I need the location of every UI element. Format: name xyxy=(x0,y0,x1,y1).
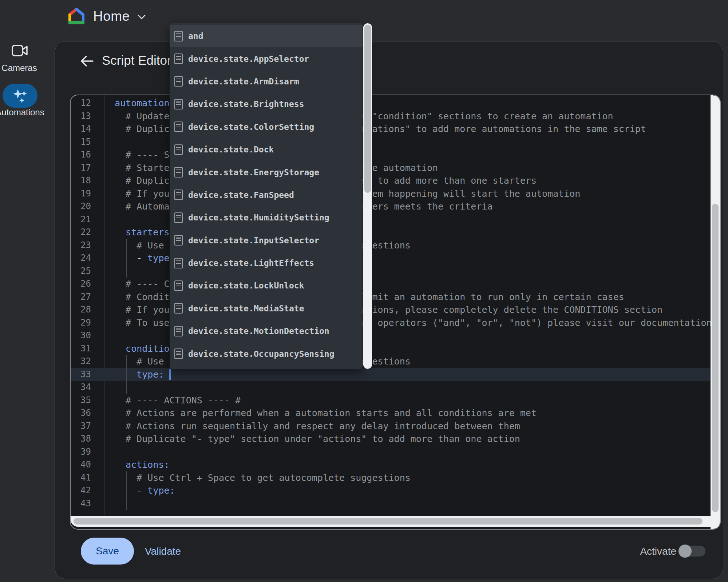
line-number: 29 xyxy=(71,316,91,330)
autocomplete-item-label: device.state.Dock xyxy=(188,145,274,154)
autocomplete-item[interactable]: device.state.ArmDisarm xyxy=(170,70,363,93)
code-line[interactable]: 36 # Actions are performed when a automa… xyxy=(71,407,710,420)
line-number: 23 xyxy=(71,239,91,252)
line-number: 41 xyxy=(71,471,91,485)
indent-guide xyxy=(126,355,127,394)
code-line[interactable]: 35 # ---- ACTIONS ---- # xyxy=(71,394,710,407)
autocomplete-dropdown: anddevice.state.AppSelectordevice.state.… xyxy=(170,23,373,369)
autocomplete-item[interactable]: device.state.MotionDetection xyxy=(170,320,363,342)
line-number: 42 xyxy=(71,484,91,497)
line-number: 16 xyxy=(71,148,91,162)
autocomplete-item[interactable]: device.state.MediaState xyxy=(170,297,363,320)
line-number: 13 xyxy=(71,110,91,123)
line-number: 22 xyxy=(71,226,91,239)
code-line[interactable]: 15 xyxy=(71,136,710,149)
document-icon xyxy=(174,235,183,246)
code-line[interactable]: 26 # ---- CONDITIONS ---- # xyxy=(71,278,710,291)
document-icon xyxy=(174,76,183,87)
code-line[interactable]: 13 # Update or add "starters", "actions"… xyxy=(71,110,710,123)
code-line[interactable]: 20 # Automation will start when any of t… xyxy=(71,200,710,213)
line-number: 39 xyxy=(71,446,91,459)
code-text: # ---- ACTIONS ---- # xyxy=(115,394,241,407)
autocomplete-item-label: device.state.OccupancySensing xyxy=(188,349,335,359)
autocomplete-item[interactable]: device.state.LightEffects xyxy=(170,252,363,274)
code-line[interactable]: 17 # Starters describe events that will … xyxy=(71,162,710,175)
code-line[interactable]: 38 # Duplicate "- type" section under "a… xyxy=(71,432,710,446)
editor-vertical-scrollbar[interactable] xyxy=(711,95,720,529)
line-number: 35 xyxy=(71,394,91,407)
autocomplete-item-label: device.state.Brightness xyxy=(188,99,304,109)
code-line[interactable]: 39 xyxy=(71,446,710,459)
autocomplete-item[interactable]: device.state.OccupancySensing xyxy=(170,342,363,365)
code-line[interactable]: 41 # Use Ctrl + Space to get autocomplet… xyxy=(71,471,710,485)
code-line[interactable]: 16 # ---- STARTERS ---- # xyxy=(71,148,710,162)
code-text: type: xyxy=(115,368,164,381)
autocomplete-item[interactable]: device.state.InputSelector xyxy=(170,229,363,252)
code-text: # Use Ctrl + Space to get autocomplete s… xyxy=(115,471,411,485)
sidebar-item-cameras[interactable]: Cameras xyxy=(0,63,39,73)
line-number: 26 xyxy=(71,278,91,291)
validate-button[interactable]: Validate xyxy=(145,546,181,557)
autocomplete-item-label: and xyxy=(188,31,203,41)
autocomplete-item[interactable]: device.state.FanSpeed xyxy=(170,184,363,206)
code-line[interactable]: 25 xyxy=(71,265,710,278)
document-icon xyxy=(174,303,183,314)
line-number: 37 xyxy=(71,420,91,433)
line-number: 32 xyxy=(71,355,91,368)
chevron-down-icon[interactable] xyxy=(137,14,146,20)
line-number: 27 xyxy=(71,291,91,304)
line-number: 21 xyxy=(71,213,91,226)
editor-vertical-scrollbar-thumb[interactable] xyxy=(712,204,719,512)
autocomplete-item[interactable]: device.state.LockUnlock xyxy=(170,274,363,297)
line-number: 25 xyxy=(71,265,91,278)
autocomplete-item[interactable]: device.state.Dock xyxy=(170,138,363,161)
editor-horizontal-scrollbar-thumb[interactable] xyxy=(74,518,703,525)
document-icon xyxy=(174,326,183,336)
code-line[interactable]: 27 # Conditions are optional, conditions… xyxy=(71,291,710,304)
code-text: # Duplicate "- type" section under "acti… xyxy=(115,432,520,446)
code-line[interactable]: 43 xyxy=(71,497,710,510)
code-line[interactable]: 33 type: xyxy=(71,368,710,381)
camera-icon[interactable] xyxy=(11,44,28,57)
code-line[interactable]: 29 # To use multiple conditions with the… xyxy=(71,316,710,330)
editor-horizontal-scrollbar[interactable] xyxy=(71,516,711,527)
code-line[interactable]: 14 # Duplicate "automation" section unde… xyxy=(71,123,710,136)
code-line[interactable]: 18 # Duplicate "- type" section under "s… xyxy=(71,174,710,187)
sidebar-item-automations[interactable] xyxy=(3,84,37,108)
autocomplete-item[interactable]: device.state.HumiditySetting xyxy=(170,206,363,229)
autocomplete-item-label: device.state.AppSelector xyxy=(188,54,309,64)
save-button[interactable]: Save xyxy=(81,538,134,565)
home-menu-button[interactable]: Home xyxy=(93,9,130,24)
line-number: 18 xyxy=(71,174,91,187)
autocomplete-item[interactable]: device.state.Brightness xyxy=(170,93,363,115)
code-line[interactable]: 22 starters: xyxy=(71,226,710,239)
code-text: actions: xyxy=(115,458,170,471)
code-line[interactable]: 32 # Use Ctrl + Space to get autocomplet… xyxy=(71,355,710,368)
code-line[interactable]: 37 # Actions run sequentially and respec… xyxy=(71,420,710,433)
dropdown-scrollbar-thumb[interactable] xyxy=(364,25,371,193)
code-line[interactable]: 28 # If you don't need any conditions in… xyxy=(71,303,710,316)
autocomplete-item[interactable]: device.state.ColorSetting xyxy=(170,116,363,138)
autocomplete-item[interactable]: device.state.AppSelector xyxy=(170,47,363,70)
line-number: 20 xyxy=(71,200,91,213)
line-number: 33 xyxy=(71,368,91,381)
code-line[interactable]: 12automations: xyxy=(71,97,710,110)
code-line[interactable]: 42 - type: xyxy=(71,484,710,497)
autocomplete-item-label: device.state.EnergyStorage xyxy=(188,168,319,177)
code-line[interactable]: 31 conditions: xyxy=(71,342,710,355)
activate-toggle[interactable] xyxy=(679,545,705,557)
code-line[interactable]: 34 xyxy=(71,381,710,394)
code-line[interactable]: 40 actions: xyxy=(71,458,710,471)
code-line[interactable]: 21 xyxy=(71,213,710,226)
autocomplete-item[interactable]: device.state.EnergyStorage xyxy=(170,161,363,183)
autocomplete-item[interactable]: and xyxy=(170,25,363,47)
page-title: Script Editor xyxy=(102,53,171,68)
code-line[interactable]: 24 - type: xyxy=(71,252,710,265)
code-line[interactable]: 19 # If you add multiple starters, any o… xyxy=(71,187,710,200)
back-arrow-icon[interactable] xyxy=(80,55,94,68)
code-line[interactable]: 23 # Use Ctrl + Space to get autocomplet… xyxy=(71,239,710,252)
sparkles-icon xyxy=(12,88,28,104)
code-line[interactable]: 30 xyxy=(71,329,710,342)
document-icon xyxy=(174,258,183,268)
script-editor[interactable]: 12automations:13 # Update or add "starte… xyxy=(70,95,721,530)
